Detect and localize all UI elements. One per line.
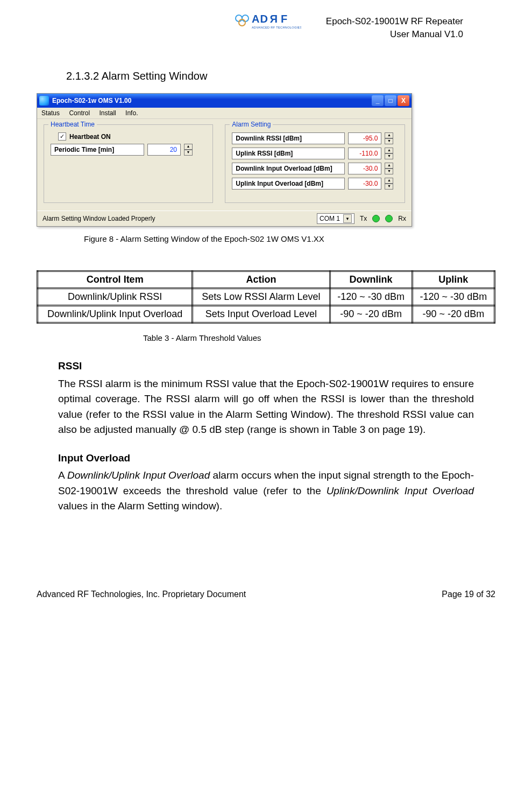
app-window: Epoch-S02-1w OMS V1.00 _ □ X Status Cont… [37,93,412,227]
menu-status[interactable]: Status [41,109,60,117]
svg-point-1 [242,15,249,22]
com-port-select[interactable]: COM 1 ▼ [317,213,354,224]
rssi-paragraph: The RSSI alarm is the minimum RSSI value… [58,376,474,438]
th-control-item: Control Item [38,271,193,289]
header-line1: Epoch-S02-19001W RF Repeater [326,15,463,28]
chevron-up-icon[interactable]: ▲ [385,132,393,138]
footer: Advanced RF Technologies, Inc. Proprieta… [37,590,495,599]
menu-control[interactable]: Control [69,109,90,117]
chevron-down-icon[interactable]: ▼ [385,169,393,174]
logo: AD R F ADVANCED RF TECHNOLOGIES [231,11,301,32]
menu-info[interactable]: Info. [125,109,138,117]
heartbeat-checkbox[interactable]: ✓ [58,132,66,141]
figure-caption: Figure 8 - Alarm Setting Window of the E… [84,234,495,243]
downlink-overload-spinner[interactable]: ▲▼ [385,163,393,174]
logo-subtitle: ADVANCED RF TECHNOLOGIES [252,26,301,29]
minimize-button[interactable]: _ [372,95,384,106]
uplink-rssi-spinner[interactable]: ▲▼ [385,148,393,159]
section-title: Alarm Setting Window [102,70,208,82]
alarm-setting-fieldset: Alarm Setting Downlink RSSI [dBm] -95.0 … [225,124,405,203]
app-icon [39,96,49,106]
chevron-down-icon[interactable]: ▼ [385,138,393,144]
section-heading: 2.1.3.2 Alarm Setting Window [66,70,495,82]
heartbeat-fieldset: Heartbeat Time ✓ Heartbeat ON Periodic T… [44,124,213,203]
cell-action: Sets Input Overload Level [193,306,330,323]
svg-point-2 [239,19,245,26]
alarm-setting-legend: Alarm Setting [230,121,273,128]
table-row: Downlink/Uplink Input Overload Sets Inpu… [38,306,495,323]
input-overload-heading: Input Overload [58,451,474,466]
table-header-row: Control Item Action Downlink Uplink [38,271,495,289]
downlink-rssi-value[interactable]: -95.0 [348,132,381,144]
uplink-overload-value[interactable]: -30.0 [348,178,381,190]
header-line2: User Manual V1.0 [326,28,463,41]
cell-action: Sets Low RSSI Alarm Level [193,289,330,306]
cell-downlink: -90 ~ -20 dBm [330,306,412,323]
section-number: 2.1.3.2 [66,70,99,82]
chevron-down-icon[interactable]: ▼ [343,214,352,223]
rx-led-icon [385,215,393,222]
footer-right: Page 19 of 32 [442,590,495,599]
table-row: Downlink/Uplink RSSI Sets Low RSSI Alarm… [38,289,495,306]
periodic-time-label: Periodic Time [min] [51,144,144,156]
menubar: Status Control Install Info. [37,108,412,119]
downlink-rssi-label: Downlink RSSI [dBm] [232,132,345,144]
status-text: Alarm Setting Window Loaded Properly [42,215,155,222]
body-text: RSSI The RSSI alarm is the minimum RSSI … [58,359,474,514]
footer-left: Advanced RF Technologies, Inc. Proprieta… [37,590,246,599]
rssi-heading: RSSI [58,359,474,374]
statusbar: Alarm Setting Window Loaded Properly COM… [37,211,412,226]
svg-text:F: F [281,13,287,25]
table-caption: Table 3 - Alarm Threshold Values [143,333,495,342]
downlink-overload-value[interactable]: -30.0 [348,163,381,174]
input-overload-paragraph: A Downlink/Uplink Input Overload alarm o… [58,468,474,514]
cell-uplink: -90 ~ -20 dBm [412,306,494,323]
chevron-up-icon[interactable]: ▲ [184,144,193,150]
header-right: Epoch-S02-19001W RF Repeater User Manual… [326,15,463,41]
th-downlink: Downlink [330,271,412,289]
chevron-up-icon[interactable]: ▲ [385,178,393,184]
uplink-overload-spinner[interactable]: ▲▼ [385,178,393,190]
tx-led-icon [372,215,380,222]
svg-text:R: R [269,13,278,25]
cell-item: Downlink/Uplink RSSI [38,289,193,306]
th-action: Action [193,271,330,289]
downlink-rssi-spinner[interactable]: ▲▼ [385,132,393,144]
threshold-table: Control Item Action Downlink Uplink Down… [37,270,495,324]
svg-point-0 [236,15,242,22]
chevron-down-icon[interactable]: ▼ [385,153,393,159]
uplink-rssi-label: Uplink RSSI [dBm] [232,148,345,159]
io-em1: Downlink/Uplink Input Overload [67,469,210,481]
cell-item: Downlink/Uplink Input Overload [38,306,193,323]
th-uplink: Uplink [412,271,494,289]
chevron-down-icon[interactable]: ▼ [385,184,393,190]
tx-label: Tx [360,215,367,222]
io-em2: Uplink/Downlink Input Overload [327,485,474,496]
chevron-down-icon[interactable]: ▼ [184,150,193,156]
periodic-time-spinner[interactable]: ▲▼ [184,144,193,156]
periodic-time-value[interactable]: 20 [147,144,181,156]
window-title: Epoch-S02-1w OMS V1.00 [52,97,131,104]
cell-uplink: -120 ~ -30 dBm [412,289,494,306]
heartbeat-legend: Heartbeat Time [48,121,97,128]
svg-text:AD: AD [252,13,268,25]
uplink-overload-label: Uplink Input Overload [dBm] [232,178,345,190]
chevron-up-icon[interactable]: ▲ [385,148,393,153]
chevron-up-icon[interactable]: ▲ [385,163,393,169]
maximize-button[interactable]: □ [385,95,396,106]
heartbeat-checkbox-label: Heartbeat ON [69,133,111,141]
titlebar: Epoch-S02-1w OMS V1.00 _ □ X [37,94,412,108]
rx-label: Rx [398,215,406,222]
menu-install[interactable]: Install [99,109,116,117]
cell-downlink: -120 ~ -30 dBm [330,289,412,306]
uplink-rssi-value[interactable]: -110.0 [348,148,381,159]
com-port-value: COM 1 [320,215,340,222]
close-button[interactable]: X [398,95,409,106]
downlink-overload-label: Downlink Input Overload [dBm] [232,163,345,174]
